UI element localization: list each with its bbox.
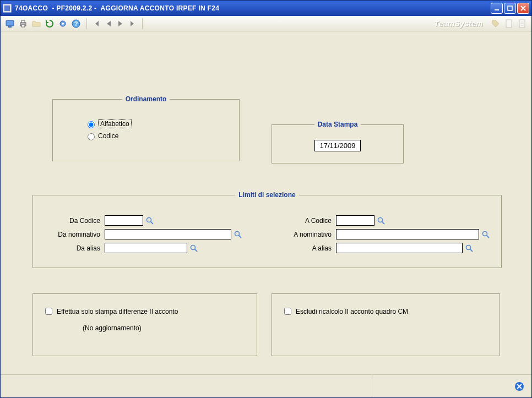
svg-line-26: [470, 249, 473, 252]
escludi-panel: Escludi ricalcolo II acconto quadro CM: [272, 293, 500, 356]
toolbar-settings-icon[interactable]: [57, 18, 69, 30]
da-nominativo-input[interactable]: [105, 229, 231, 239]
a-codice-label: A Codice: [275, 217, 336, 225]
a-codice-lookup-icon[interactable]: [377, 216, 386, 225]
svg-rect-1: [4, 6, 10, 11]
ordinamento-group: Ordinamento Alfabetico Codice: [52, 95, 240, 161]
da-codice-label: Da Codice: [44, 217, 105, 225]
svg-point-17: [235, 231, 240, 236]
svg-line-22: [382, 221, 385, 224]
statusbar-left: [1, 375, 372, 397]
svg-rect-7: [21, 20, 25, 23]
a-nominativo-label: A nominativo: [275, 231, 336, 238]
a-nominativo-input[interactable]: [336, 229, 479, 239]
da-codice-input[interactable]: [105, 215, 143, 226]
a-alias-label: A alias: [275, 244, 336, 252]
statusbar-right: [372, 375, 531, 397]
da-alias-lookup-icon[interactable]: [189, 244, 198, 253]
data-stampa-legend: Data Stampa: [314, 121, 361, 128]
solo-stampa-panel: Effettua solo stampa differenze II accon…: [32, 293, 257, 356]
toolbar-help-icon[interactable]: ?: [70, 18, 82, 30]
title-version: PF2009.2.2: [56, 4, 92, 12]
toolbar: ? TeamSystem: [1, 16, 531, 31]
ordinamento-alfabetico-radio[interactable]: [88, 121, 95, 128]
da-codice-lookup-icon[interactable]: [145, 216, 154, 225]
title-subtitle: AGGIORNA ACCONTO IRPEF IN F24: [101, 4, 220, 12]
title-sep2: -: [92, 4, 100, 12]
toolbar-refresh-icon[interactable]: [44, 18, 56, 30]
statusbar-close-icon[interactable]: [514, 381, 525, 392]
da-alias-label: Da alias: [44, 244, 105, 252]
da-nominativo-label: Da nominativo: [44, 231, 105, 238]
data-stampa-field[interactable]: 17/11/2009: [314, 140, 360, 151]
svg-point-25: [466, 245, 471, 249]
svg-text:?: ?: [74, 20, 78, 27]
ordinamento-alfabetico-label[interactable]: Alfabetico: [98, 119, 132, 128]
ordinamento-legend: Ordinamento: [122, 95, 170, 103]
toolbar-separator-2: [142, 18, 143, 29]
toolbar-doc2-icon[interactable]: [516, 18, 528, 30]
nav-first-icon[interactable]: [91, 19, 101, 29]
toolbar-folder-icon[interactable]: [30, 18, 42, 30]
nav-last-icon[interactable]: [128, 19, 138, 29]
toolbar-print-icon[interactable]: [17, 18, 29, 30]
svg-rect-8: [21, 25, 25, 27]
ordinamento-codice-label[interactable]: Codice: [98, 132, 118, 140]
toolbar-doc1-icon[interactable]: [503, 18, 515, 30]
minimize-button[interactable]: [491, 3, 503, 14]
a-codice-input[interactable]: [336, 215, 374, 226]
app-icon: [3, 4, 12, 13]
app-window: 74OACCO - PF2009.2.2 - AGGIORNA ACCONTO …: [0, 0, 532, 398]
data-stampa-group: Data Stampa 17/11/2009: [272, 121, 404, 163]
toolbar-tag-icon[interactable]: [490, 18, 502, 30]
a-alias-input[interactable]: [336, 243, 463, 253]
titlebar: 74OACCO - PF2009.2.2 - AGGIORNA ACCONTO …: [1, 1, 531, 16]
svg-point-21: [378, 217, 383, 222]
maximize-button[interactable]: [504, 3, 516, 14]
svg-rect-5: [8, 26, 12, 28]
svg-rect-4: [6, 20, 14, 26]
solo-stampa-label: Effettua solo stampa differenze II accon…: [57, 308, 178, 315]
svg-line-20: [195, 249, 198, 252]
nav-prev-icon[interactable]: [104, 19, 113, 29]
svg-point-23: [483, 231, 487, 236]
svg-rect-2: [495, 9, 499, 10]
svg-point-19: [191, 245, 196, 249]
limiti-group: Limiti di selezione Da Codice Da nominat…: [32, 191, 502, 268]
svg-point-15: [147, 217, 151, 222]
statusbar: [1, 374, 531, 397]
svg-point-10: [62, 23, 64, 25]
toolbar-separator-1: [86, 18, 87, 29]
svg-rect-13: [506, 20, 512, 28]
escludi-label: Escludi ricalcolo II acconto quadro CM: [296, 308, 408, 315]
nav-next-icon[interactable]: [116, 19, 126, 29]
da-nominativo-lookup-icon[interactable]: [234, 230, 242, 239]
brand-label: TeamSystem: [434, 19, 488, 28]
title-sep1: -: [48, 4, 56, 12]
a-nominativo-lookup-icon[interactable]: [481, 230, 490, 239]
svg-line-24: [487, 235, 490, 238]
solo-stampa-sublabel: (No aggiornamento): [83, 324, 247, 332]
svg-rect-3: [508, 6, 512, 10]
svg-line-18: [239, 235, 242, 238]
limiti-legend: Limiti di selezione: [235, 191, 298, 199]
solo-stampa-checkbox[interactable]: [45, 308, 52, 315]
toolbar-screen-icon[interactable]: [4, 18, 16, 30]
ordinamento-codice-radio[interactable]: [88, 133, 95, 140]
close-button[interactable]: [517, 3, 529, 14]
da-alias-input[interactable]: [105, 243, 187, 253]
escludi-checkbox[interactable]: [284, 308, 291, 315]
a-alias-lookup-icon[interactable]: [465, 244, 474, 253]
title-app-code: 74OACCO: [15, 4, 48, 12]
svg-line-16: [151, 221, 154, 224]
client-area: Ordinamento Alfabetico Codice Data Stamp…: [1, 31, 531, 374]
